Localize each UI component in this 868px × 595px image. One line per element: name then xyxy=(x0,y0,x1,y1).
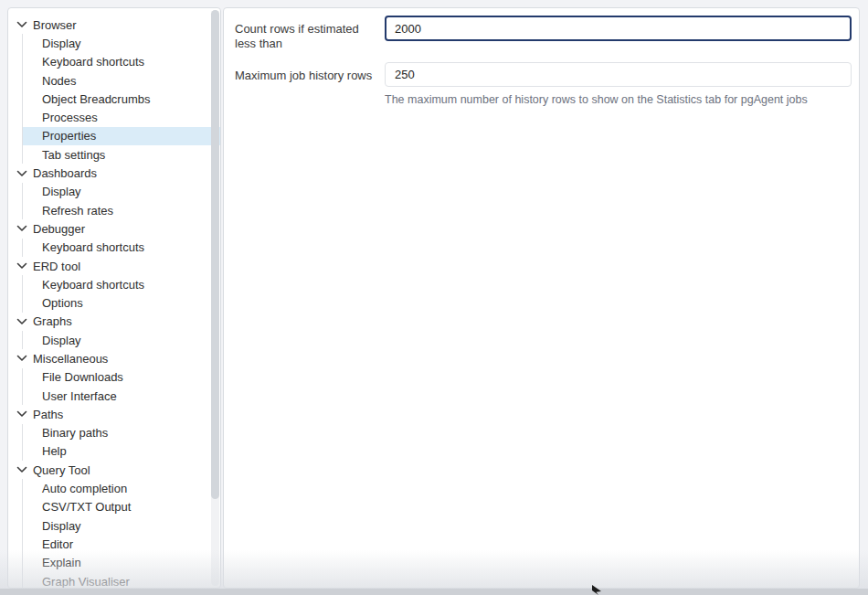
tree-item-label: Tab settings xyxy=(42,148,105,162)
tree-item-label: Auto completion xyxy=(42,482,127,495)
tree-item-paths-binary-paths[interactable]: Binary paths xyxy=(8,424,220,442)
preferences-tree: Browser Display Keyboard shortcuts Nodes… xyxy=(8,8,220,589)
tree-item-query-tool-editor[interactable]: Editor xyxy=(8,535,220,553)
tree-item-label: Properties xyxy=(42,129,96,143)
tree-item-label: Display xyxy=(42,334,81,347)
tree-group-label: ERD tool xyxy=(33,260,80,273)
tree-item-label: Binary paths xyxy=(42,426,108,440)
tree-item-browser-properties[interactable]: Properties xyxy=(8,127,220,145)
tree-item-miscellaneous-file-downloads[interactable]: File Downloads xyxy=(8,368,220,387)
tree-item-dashboards-refresh-rates[interactable]: Refresh rates xyxy=(8,201,220,219)
tree-item-erd-tool-keyboard-shortcuts[interactable]: Keyboard shortcuts xyxy=(8,275,220,293)
tree-item-label: Processes xyxy=(42,111,98,124)
dialog-bottom-edge xyxy=(0,589,868,595)
tree-item-query-tool-explain[interactable]: Explain xyxy=(8,554,220,572)
count-rows-control xyxy=(385,16,852,51)
tree-group-label: Graphs xyxy=(33,314,72,328)
max-job-history-input[interactable] xyxy=(385,62,852,87)
tree-item-browser-keyboard-shortcuts[interactable]: Keyboard shortcuts xyxy=(8,53,220,71)
tree-group-label: Dashboards xyxy=(33,166,97,180)
tree-item-label: Options xyxy=(42,296,83,310)
tree-item-label: Keyboard shortcuts xyxy=(42,278,144,292)
tree-item-label: File Downloads xyxy=(42,370,123,384)
tree-item-query-tool-auto-completion[interactable]: Auto completion xyxy=(8,479,220,497)
tree-item-label: Editor xyxy=(42,537,73,551)
tree-group-debugger[interactable]: Debugger xyxy=(8,219,220,238)
tree-group-label: Miscellaneous xyxy=(33,352,108,366)
field-max-job-history: Maximum job history rows The maximum num… xyxy=(235,62,852,107)
chevron-down-icon[interactable] xyxy=(16,21,27,28)
chevron-down-icon[interactable] xyxy=(16,355,27,362)
tree-item-browser-object-breadcrumbs[interactable]: Object Breadcrumbs xyxy=(8,90,220,108)
chevron-down-icon[interactable] xyxy=(16,466,27,473)
tree-group-graphs[interactable]: Graphs xyxy=(8,313,220,331)
chevron-down-icon[interactable] xyxy=(16,170,27,177)
chevron-down-icon[interactable] xyxy=(16,410,27,418)
tree-group-erd-tool[interactable]: ERD tool xyxy=(8,257,220,275)
tree-item-label: CSV/TXT Output xyxy=(42,500,131,514)
chevron-down-icon[interactable] xyxy=(16,262,27,270)
tree-group-label: Query Tool xyxy=(33,463,90,477)
max-job-history-helper-text: The maximum number of history rows to sh… xyxy=(385,93,852,107)
count-rows-label: Count rows if estimated less than xyxy=(235,16,385,51)
chevron-down-icon[interactable] xyxy=(16,318,27,325)
preferences-dialog: Browser Display Keyboard shortcuts Nodes… xyxy=(0,0,868,595)
tree-item-label: Graph Visualiser xyxy=(42,575,130,589)
tree-item-paths-help[interactable]: Help xyxy=(8,442,220,461)
tree-item-query-tool-graph-visualiser[interactable]: Graph Visualiser xyxy=(8,572,220,589)
tree-item-label: Display xyxy=(42,37,81,50)
tree-group-dashboards[interactable]: Dashboards xyxy=(8,164,220,182)
tree-group-miscellaneous[interactable]: Miscellaneous xyxy=(8,349,220,367)
tree-item-browser-display[interactable]: Display xyxy=(8,34,220,52)
tree-item-erd-tool-options[interactable]: Options xyxy=(8,293,220,312)
tree-item-label: Nodes xyxy=(42,74,77,88)
tree-item-label: Display xyxy=(42,185,81,198)
tree-item-browser-nodes[interactable]: Nodes xyxy=(8,71,220,90)
tree-item-label: Display xyxy=(42,519,81,533)
field-count-rows: Count rows if estimated less than xyxy=(235,16,852,51)
tree-item-browser-tab-settings[interactable]: Tab settings xyxy=(8,145,220,164)
tree-group-query-tool[interactable]: Query Tool xyxy=(8,461,220,479)
tree-group-browser[interactable]: Browser xyxy=(8,16,220,34)
tree-item-label: Keyboard shortcuts xyxy=(42,240,144,254)
chevron-down-icon[interactable] xyxy=(16,225,27,232)
tree-item-query-tool-csv-txt-output[interactable]: CSV/TXT Output xyxy=(8,498,220,516)
preferences-content-panel: Count rows if estimated less than Maximu… xyxy=(223,7,860,589)
tree-group-label: Debugger xyxy=(33,222,85,236)
tree-item-dashboards-display[interactable]: Display xyxy=(8,183,220,201)
tree-item-browser-processes[interactable]: Processes xyxy=(8,108,220,126)
tree-item-label: Refresh rates xyxy=(42,204,113,218)
max-job-history-label: Maximum job history rows xyxy=(235,62,385,107)
max-job-history-control: The maximum number of history rows to sh… xyxy=(385,62,852,107)
tree-item-label: Explain xyxy=(42,556,81,569)
count-rows-input[interactable] xyxy=(385,16,852,41)
tree-item-graphs-display[interactable]: Display xyxy=(8,331,220,349)
tree-item-debugger-keyboard-shortcuts[interactable]: Keyboard shortcuts xyxy=(8,239,220,257)
tree-item-label: Help xyxy=(42,444,67,458)
tree-item-label: Object Breadcrumbs xyxy=(42,92,151,106)
tree-item-label: Keyboard shortcuts xyxy=(42,55,144,69)
sidebar-scrollbar-thumb[interactable] xyxy=(211,10,219,499)
tree-item-miscellaneous-user-interface[interactable]: User Interface xyxy=(8,387,220,405)
tree-item-query-tool-display[interactable]: Display xyxy=(8,516,220,535)
sidebar-scrollbar-track[interactable] xyxy=(211,10,219,586)
tree-group-paths[interactable]: Paths xyxy=(8,405,220,423)
tree-group-label: Paths xyxy=(33,408,63,421)
tree-item-label: User Interface xyxy=(42,389,117,403)
preferences-tree-panel: Browser Display Keyboard shortcuts Nodes… xyxy=(7,7,221,589)
tree-group-label: Browser xyxy=(33,18,77,32)
